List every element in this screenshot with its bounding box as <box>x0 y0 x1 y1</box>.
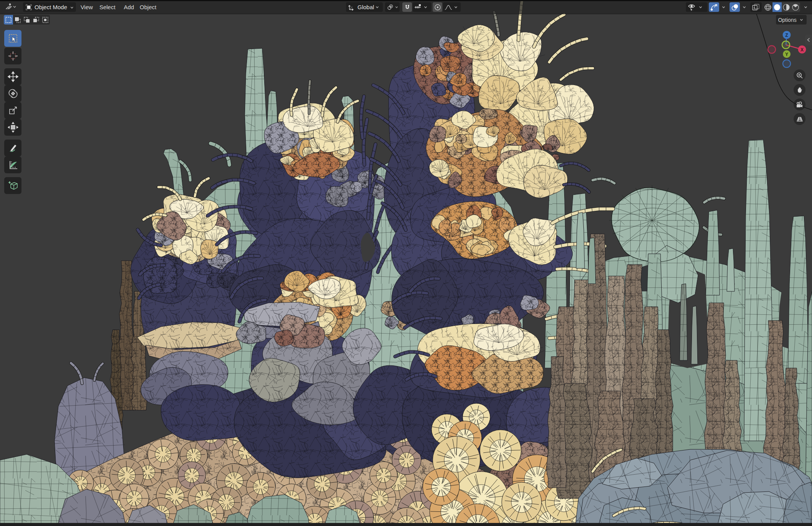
svg-text:Z: Z <box>785 33 788 38</box>
svg-text:Y: Y <box>785 52 788 57</box>
svg-text:X: X <box>800 47 804 53</box>
